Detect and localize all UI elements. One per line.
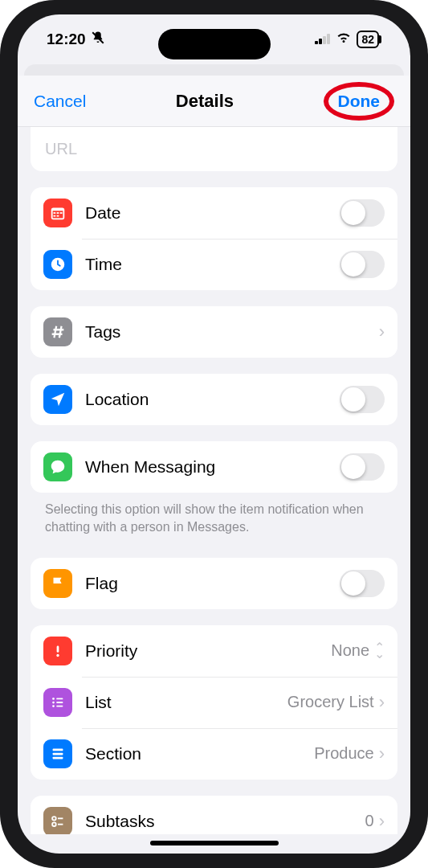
calendar-icon (43, 199, 72, 227)
location-group: Location (31, 374, 397, 425)
svg-rect-7 (54, 212, 56, 214)
messaging-label: When Messaging (85, 457, 327, 477)
date-label: Date (85, 203, 327, 223)
flag-label: Flag (85, 574, 327, 593)
cancel-button[interactable]: Cancel (34, 92, 86, 111)
section-row[interactable]: Section Produce › (31, 728, 397, 780)
svg-rect-24 (56, 705, 63, 706)
cellular-icon (315, 31, 331, 48)
location-label: Location (85, 390, 327, 409)
tags-group: Tags › (31, 306, 397, 358)
svg-rect-9 (60, 212, 63, 214)
flag-row[interactable]: Flag (31, 558, 397, 609)
battery-percent: 82 (361, 33, 374, 46)
messaging-group: When Messaging (31, 441, 397, 493)
exclamation-icon (43, 637, 72, 665)
chevron-right-icon: › (379, 321, 385, 342)
svg-rect-27 (53, 756, 63, 759)
svg-point-30 (52, 822, 56, 826)
silent-mode-icon (91, 31, 105, 49)
svg-rect-4 (327, 34, 330, 44)
priority-row[interactable]: Priority None ⌃⌄ (31, 625, 397, 677)
subtasks-icon (43, 807, 72, 834)
phone-frame: 12:20 82 (0, 0, 428, 868)
svg-rect-3 (323, 36, 326, 44)
svg-point-18 (56, 654, 59, 657)
svg-rect-10 (54, 215, 56, 217)
done-highlight-circle: Done (324, 82, 395, 121)
date-toggle[interactable] (340, 199, 385, 227)
done-button[interactable]: Done (338, 92, 381, 111)
home-indicator[interactable] (150, 841, 279, 845)
svg-rect-17 (57, 645, 59, 652)
messaging-row[interactable]: When Messaging (31, 441, 397, 493)
svg-point-21 (52, 701, 55, 703)
screen: 12:20 82 (18, 14, 410, 854)
time-toggle[interactable] (340, 251, 385, 278)
svg-point-19 (52, 698, 55, 700)
svg-rect-25 (53, 748, 63, 751)
flag-group: Flag (31, 558, 397, 609)
svg-rect-26 (53, 752, 63, 755)
tags-row[interactable]: Tags › (31, 306, 397, 358)
priority-label: Priority (85, 641, 318, 661)
url-group: URL (31, 127, 397, 171)
clock-icon (43, 250, 72, 279)
section-value: Produce (314, 744, 374, 763)
svg-point-28 (52, 817, 56, 821)
battery-icon: 82 (357, 31, 379, 48)
svg-line-16 (59, 326, 62, 338)
nav-bar: Cancel Details Done (18, 76, 410, 127)
date-row[interactable]: Date (31, 187, 397, 239)
hash-icon (43, 317, 72, 346)
updown-icon: ⌃⌄ (374, 645, 385, 657)
chevron-right-icon: › (379, 743, 385, 764)
location-arrow-icon (43, 385, 72, 414)
wifi-icon (336, 31, 352, 48)
time-row[interactable]: Time (31, 239, 397, 290)
chevron-right-icon: › (379, 692, 385, 713)
dynamic-island (158, 29, 271, 59)
location-row[interactable]: Location (31, 374, 397, 425)
svg-rect-22 (56, 702, 63, 703)
svg-rect-1 (315, 41, 318, 44)
svg-point-23 (52, 705, 55, 707)
url-field[interactable]: URL (31, 127, 397, 171)
time-label: Time (85, 255, 327, 274)
page-title: Details (176, 91, 234, 112)
messaging-footer: Selecting this option will show the item… (31, 493, 397, 542)
messaging-toggle[interactable] (340, 453, 385, 481)
flag-icon (43, 569, 72, 598)
location-toggle[interactable] (340, 386, 385, 413)
svg-rect-2 (319, 39, 322, 44)
list-row[interactable]: List Grocery List › (31, 677, 397, 728)
tags-label: Tags (85, 322, 366, 342)
chevron-right-icon: › (379, 811, 385, 832)
svg-rect-6 (53, 211, 63, 218)
list-bullet-icon (43, 688, 72, 717)
message-bubble-icon (43, 452, 72, 481)
section-list-icon (43, 739, 72, 768)
sheet-background-card (24, 64, 404, 76)
priority-list-section-group: Priority None ⌃⌄ List Grocery List › (31, 625, 397, 780)
svg-rect-11 (57, 215, 59, 217)
svg-rect-20 (56, 698, 63, 699)
flag-toggle[interactable] (340, 570, 385, 597)
priority-value: None (331, 641, 369, 660)
content-scroll[interactable]: URL Date Time (18, 127, 410, 834)
svg-rect-8 (57, 212, 59, 214)
section-label: Section (85, 744, 301, 764)
list-label: List (85, 693, 275, 712)
subtasks-label: Subtasks (85, 812, 353, 831)
svg-line-15 (54, 326, 56, 338)
subtasks-group: Subtasks 0 › (31, 796, 397, 834)
status-time: 12:20 (47, 31, 86, 48)
list-value: Grocery List (287, 693, 374, 711)
date-time-group: Date Time (31, 187, 397, 290)
subtasks-row[interactable]: Subtasks 0 › (31, 796, 397, 834)
subtasks-value: 0 (365, 812, 374, 830)
